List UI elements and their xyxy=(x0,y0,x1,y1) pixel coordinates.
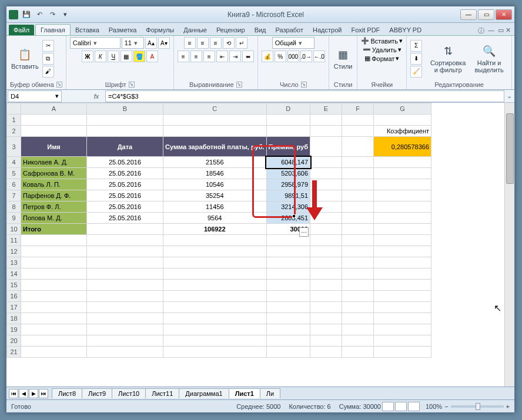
col-header-A[interactable]: A xyxy=(21,103,87,115)
zoom-control[interactable]: 100% − + xyxy=(426,403,510,410)
sheet-nav-first[interactable]: ⏮ xyxy=(9,389,18,398)
cell-d5[interactable]: 5203,606 xyxy=(266,168,310,179)
autosum-button[interactable]: Σ xyxy=(410,40,422,52)
tab-review[interactable]: Рецензир xyxy=(212,25,250,35)
cell-c10[interactable]: 106922 xyxy=(163,224,267,235)
row-header-5[interactable]: 5 xyxy=(7,168,21,179)
row-header-2[interactable]: 2 xyxy=(7,126,21,137)
tab-abbyy[interactable]: ABBYY PD xyxy=(384,25,426,35)
fill-button[interactable]: ⬇ xyxy=(410,53,422,65)
paste-button[interactable]: 📋 Вставить xyxy=(10,46,40,71)
row-header-6[interactable]: 6 xyxy=(7,179,21,190)
bold-button[interactable]: Ж xyxy=(82,51,93,62)
cell-a7[interactable]: Парфенов Д. Ф. xyxy=(21,190,87,201)
grid[interactable]: A B C D E F G 1 2Коэффициент 3 Имя Дата … xyxy=(6,103,431,358)
row-header-21[interactable]: 21 xyxy=(7,347,21,358)
copy-button[interactable]: ⧉ xyxy=(42,53,54,65)
save-button[interactable]: 💾 xyxy=(21,9,32,21)
view-break-button[interactable] xyxy=(408,402,420,411)
number-format-combo[interactable]: Общий▾ xyxy=(272,37,314,49)
tab-file[interactable]: Файл xyxy=(9,25,34,35)
tab-addins[interactable]: Надстрой xyxy=(308,25,346,35)
align-right-button[interactable]: ≡ xyxy=(203,51,215,62)
clear-button[interactable]: 🧹 xyxy=(410,66,422,78)
row-header-10[interactable]: 10 xyxy=(7,224,21,235)
dialog-launcher-icon[interactable]: ↘ xyxy=(301,82,307,88)
font-name-combo[interactable]: Calibri▾ xyxy=(70,37,121,49)
ribbon-minimize-icon[interactable]: ⓘ xyxy=(478,26,484,35)
row-header-8[interactable]: 8 xyxy=(7,201,21,213)
styles-button[interactable]: ▦ Стили xyxy=(333,46,354,71)
view-layout-button[interactable] xyxy=(395,402,407,411)
cell-a9[interactable]: Попова М. Д. xyxy=(21,213,87,224)
sheet-tab[interactable]: Лист10 xyxy=(112,388,146,398)
align-top-button[interactable]: ≡ xyxy=(184,37,196,49)
row-header-15[interactable]: 15 xyxy=(7,280,21,291)
sheet-nav-prev[interactable]: ◀ xyxy=(19,389,28,398)
dialog-launcher-icon[interactable]: ↘ xyxy=(236,82,242,88)
cell-a4[interactable]: Николаев А. Д. xyxy=(21,157,87,168)
underline-button[interactable]: Ч xyxy=(108,51,119,62)
sheet-tab[interactable]: Лист9 xyxy=(82,388,112,398)
cell-b5[interactable]: 25.05.2016 xyxy=(87,168,163,179)
col-header-F[interactable]: F xyxy=(342,103,374,115)
sheet-nav-next[interactable]: ▶ xyxy=(29,389,38,398)
sheet-tab[interactable]: Лист11 xyxy=(145,388,179,398)
sheet-tab[interactable]: Ли xyxy=(260,388,280,398)
font-color-button[interactable]: A xyxy=(146,51,158,62)
row-header-14[interactable]: 14 xyxy=(7,268,21,280)
sheet-tab[interactable]: Лист8 xyxy=(52,388,82,398)
cell-a6[interactable]: Коваль Л. П. xyxy=(21,179,87,190)
cell-b7[interactable]: 25.05.2016 xyxy=(87,190,163,201)
tab-home[interactable]: Главная xyxy=(35,24,71,35)
coef-value[interactable]: 0,280578366 xyxy=(374,137,431,157)
wrap-text-button[interactable]: ↵ xyxy=(236,37,247,49)
cell-c7[interactable]: 35254 xyxy=(163,190,267,201)
cell-d4[interactable]: 6048,147 xyxy=(266,157,310,168)
row-header-16[interactable]: 16 xyxy=(7,291,21,302)
align-mid-button[interactable]: ≡ xyxy=(197,37,209,49)
tab-dev[interactable]: Разработ xyxy=(271,25,308,35)
font-size-combo[interactable]: 11▾ xyxy=(122,37,144,49)
align-bot-button[interactable]: ≡ xyxy=(210,37,222,49)
cell-c5[interactable]: 18546 xyxy=(163,168,267,179)
col-header-C[interactable]: C xyxy=(163,103,267,115)
cell-b4[interactable]: 25.05.2016 xyxy=(87,157,163,168)
close-button[interactable]: ✕ xyxy=(496,9,512,20)
cell-b9[interactable]: 25.05.2016 xyxy=(87,213,163,224)
col-header-D[interactable]: D xyxy=(266,103,310,115)
cell-d8[interactable]: 3214,306 xyxy=(266,201,310,213)
select-all-corner[interactable] xyxy=(7,103,21,115)
cell-d6[interactable]: 2958,979 xyxy=(266,179,310,190)
row-header-20[interactable]: 20 xyxy=(7,335,21,347)
expand-formula-bar[interactable]: ⌄ xyxy=(504,92,514,100)
align-left-button[interactable]: ≡ xyxy=(178,51,189,62)
row-header-18[interactable]: 18 xyxy=(7,313,21,324)
undo-button[interactable]: ↶ xyxy=(34,9,45,21)
qat-dropdown[interactable]: ▾ xyxy=(59,9,71,21)
tab-insert[interactable]: Вставка xyxy=(71,25,104,35)
fx-icon[interactable]: fx xyxy=(88,93,105,100)
sheet-nav-last[interactable]: ⏭ xyxy=(39,389,48,398)
row-header-11[interactable]: 11 xyxy=(7,235,21,246)
grow-font-button[interactable]: A▴ xyxy=(145,37,157,49)
doc-close-icon[interactable]: ▭ ✕ xyxy=(498,26,511,35)
autofill-options-button[interactable]: ⋯ xyxy=(299,227,309,237)
cell-c4[interactable]: 21556 xyxy=(163,157,267,168)
col-header-E[interactable]: E xyxy=(310,103,342,115)
name-box[interactable]: D4▾ xyxy=(8,90,62,102)
fill-color-button[interactable]: 🪣 xyxy=(133,51,145,62)
border-button[interactable]: ▦ xyxy=(121,51,132,62)
cell-b6[interactable]: 25.05.2016 xyxy=(87,179,163,190)
insert-cells-button[interactable]: ➕Вставить ▾ xyxy=(361,37,403,45)
row-header-17[interactable]: 17 xyxy=(7,302,21,313)
italic-button[interactable]: К xyxy=(95,51,106,62)
dialog-launcher-icon[interactable]: ↘ xyxy=(129,82,135,88)
formula-input[interactable]: =C4*$G$3 xyxy=(105,90,504,102)
row-header-12[interactable]: 12 xyxy=(7,246,21,257)
cell-d9[interactable]: 2683,451 xyxy=(266,213,310,224)
delete-cells-button[interactable]: ➖Удалить ▾ xyxy=(363,46,401,53)
minimize-button[interactable]: — xyxy=(460,9,477,20)
row-header-13[interactable]: 13 xyxy=(7,257,21,268)
col-header-G[interactable]: G xyxy=(374,103,431,115)
